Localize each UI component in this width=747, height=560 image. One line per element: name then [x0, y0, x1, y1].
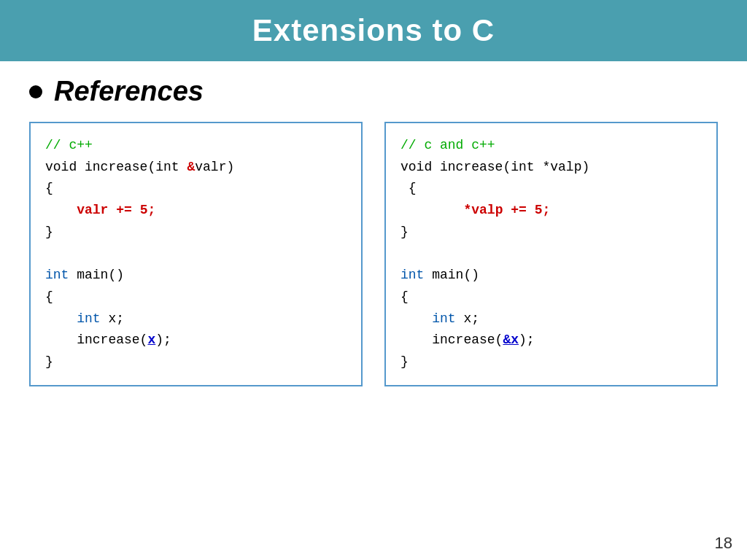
- bullet-point: [29, 85, 42, 98]
- left-line-2: {: [45, 178, 347, 200]
- right-int-keyword-1: int: [400, 268, 424, 282]
- references-heading: References: [54, 76, 204, 107]
- left-line-3: }: [45, 222, 347, 244]
- valp-highlight: *valp += 5;: [463, 203, 550, 217]
- right-line-2: {: [400, 178, 702, 200]
- left-line-6: int x;: [45, 308, 347, 330]
- slide: Extensions to C References // c++ void i…: [0, 0, 747, 560]
- slide-header: Extensions to C: [0, 0, 747, 61]
- right-code-box: // c and c++ void increase(int *valp) { …: [384, 122, 718, 386]
- slide-content: References // c++ void increase(int &val…: [0, 61, 747, 560]
- right-line-6: int x;: [400, 308, 702, 330]
- slide-title: Extensions to C: [22, 13, 725, 48]
- left-line-8: }: [45, 351, 347, 373]
- int-keyword-1: int: [45, 268, 69, 282]
- bullet-section: References: [29, 76, 718, 107]
- right-line-1: void increase(int *valp): [400, 157, 702, 179]
- right-line-8: }: [400, 351, 702, 373]
- right-line-5: {: [400, 287, 702, 308]
- valr-highlight: valr += 5;: [77, 203, 155, 217]
- left-line-5: {: [45, 287, 347, 308]
- x-highlight: x: [147, 332, 155, 347]
- left-line-4: int main(): [45, 265, 347, 287]
- ampx-highlight: &x: [503, 332, 519, 347]
- right-comment: // c and c++: [400, 135, 702, 157]
- left-comment: // c++: [45, 135, 347, 157]
- right-line-7: increase(&x);: [400, 330, 702, 351]
- left-code-box: // c++ void increase(int &valr) { valr +…: [29, 122, 363, 386]
- ampersand-highlight: &: [187, 160, 195, 174]
- right-int-keyword-2: int: [432, 311, 455, 326]
- left-line-1: void increase(int &valr): [45, 157, 347, 179]
- right-blank-1: [400, 243, 702, 265]
- left-blank-1: [45, 243, 347, 265]
- right-line-3: }: [400, 222, 702, 244]
- left-line-7: increase(x);: [45, 330, 347, 351]
- right-line-highlight: *valp += 5;: [400, 200, 702, 222]
- page-number: 18: [715, 534, 732, 553]
- int-keyword-2: int: [77, 311, 100, 326]
- code-panels: // c++ void increase(int &valr) { valr +…: [29, 122, 718, 386]
- left-line-highlight: valr += 5;: [45, 200, 347, 222]
- right-line-4: int main(): [400, 265, 702, 287]
